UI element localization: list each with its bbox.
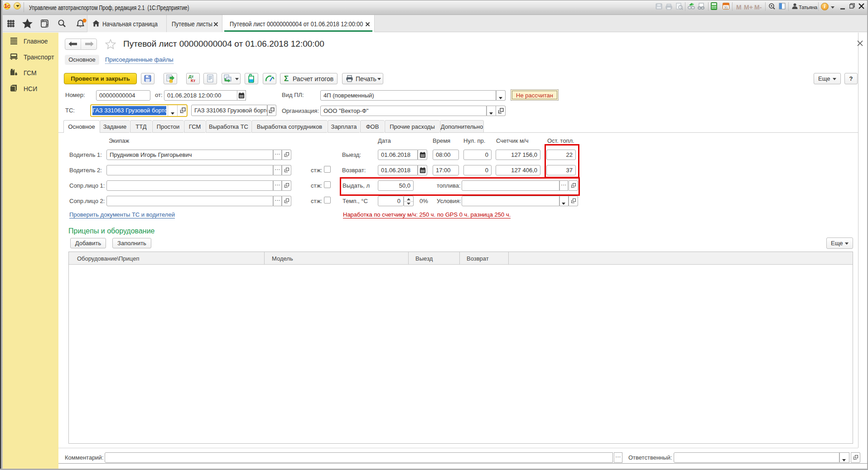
svg-text:31: 31 — [724, 5, 728, 10]
